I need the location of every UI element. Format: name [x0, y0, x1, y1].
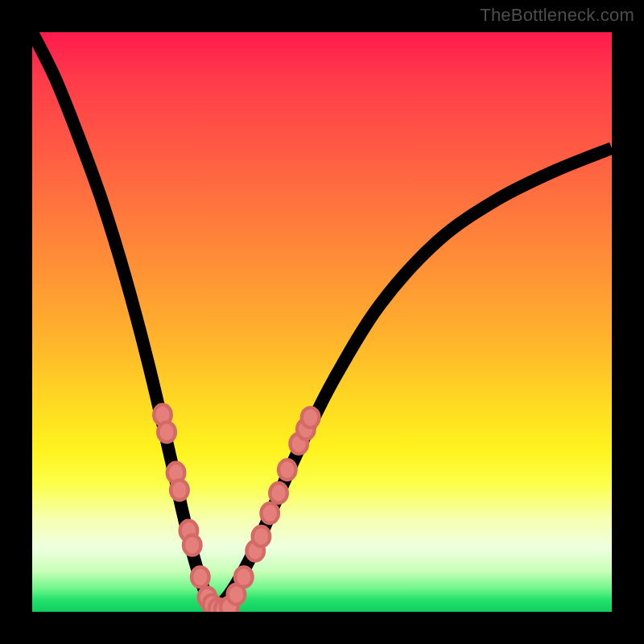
bead-marker: [261, 503, 279, 523]
bead-marker: [171, 480, 188, 500]
plot-gradient-area: [32, 32, 612, 612]
bead-marker: [253, 526, 270, 547]
bead-marker: [158, 422, 175, 442]
bead-marker: [279, 460, 296, 480]
watermark-text: TheBottleneck.com: [480, 5, 634, 26]
beads-left-group: [154, 405, 226, 612]
bead-marker: [192, 567, 209, 587]
chart-frame: TheBottleneck.com: [0, 0, 644, 644]
bead-marker: [235, 567, 253, 587]
right-curve: [212, 148, 612, 612]
bead-marker: [302, 407, 320, 427]
curve-layer: [32, 32, 612, 612]
bead-marker: [270, 483, 287, 503]
bead-marker: [184, 535, 201, 555]
